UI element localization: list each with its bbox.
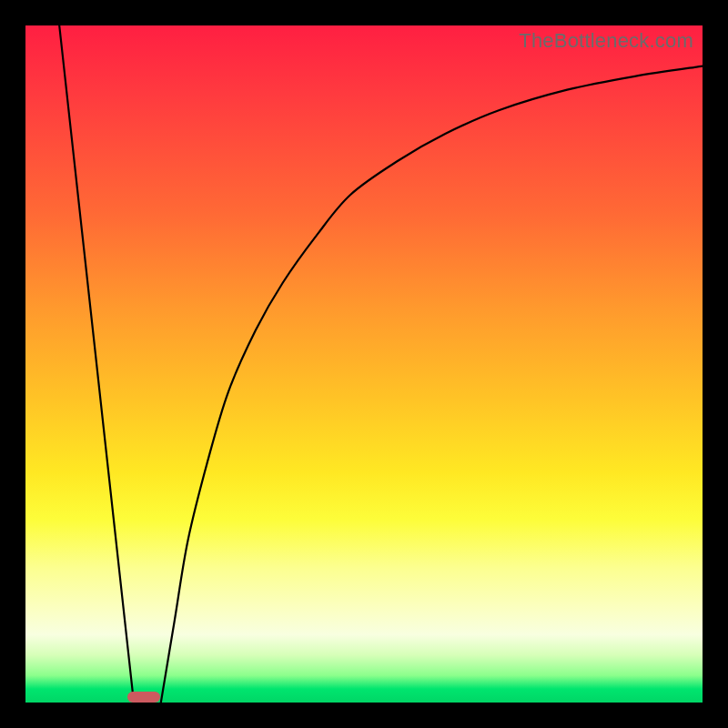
minimum-marker	[127, 692, 160, 703]
curve-right-branch	[161, 66, 703, 703]
chart-frame: TheBottleneck.com	[0, 0, 728, 728]
curve-layer	[25, 25, 703, 703]
plot-area: TheBottleneck.com	[25, 25, 703, 703]
curve-left-branch	[59, 25, 134, 703]
